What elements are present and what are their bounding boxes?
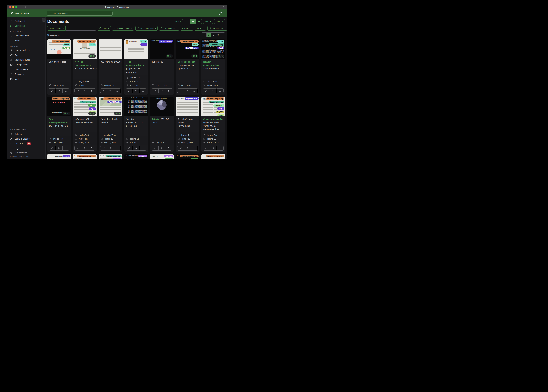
sidebar-item-storage-paths[interactable]: Storage Paths: [7, 62, 45, 67]
grid-view-button[interactable]: [190, 19, 196, 24]
document-title-link[interactable]: Correspondent 14: Review-of-New-York-Fed…: [202, 116, 225, 132]
document-title-link[interactable]: tablerates2: [150, 59, 174, 82]
sidebar-item-templates[interactable]: Templates: [7, 72, 45, 77]
document-thumbnail[interactable]: French Country BreadTagWithPartial: [176, 97, 199, 116]
document-title-link[interactable]: Just another test: [47, 59, 71, 82]
tag-tag-2[interactable]: Tag 2: [217, 47, 224, 49]
sort-button[interactable]: Sort: [203, 19, 213, 24]
document-title-link[interactable]: Test Correspondent 1: UM_PPBE_en_v29: [47, 116, 71, 136]
document-title-link[interactable]: Newest Correspondent: H7_Napoleon_Bonapa…: [73, 59, 97, 79]
tags-filter-button[interactable]: Tags: [98, 26, 111, 31]
download-document-button[interactable]: [165, 88, 172, 93]
preview-document-button[interactable]: [107, 88, 114, 93]
document-title-link[interactable]: Sonstige ScanPC2022 03-24_081058: [124, 116, 148, 136]
correspondent-filter-button[interactable]: Correspondent: [112, 26, 134, 31]
preview-document-button[interactable]: [81, 146, 88, 150]
download-document-button[interactable]: [140, 88, 146, 93]
created-filter-button[interactable]: Created: [180, 26, 193, 31]
edit-document-button[interactable]: [126, 88, 133, 93]
edit-document-button[interactable]: [100, 88, 107, 93]
download-document-button[interactable]: [165, 146, 172, 150]
document-title-link[interactable]: 0004814539_20230531: [99, 59, 122, 82]
tag-tag-2[interactable]: Tag 2: [63, 155, 70, 157]
tag-another-sample-tag[interactable]: Another Sample Tag: [77, 98, 96, 100]
document-thumbnail[interactable]: Country,Region/State,TagWithPartial1: [150, 39, 174, 59]
document-thumbnail[interactable]: CyberPowerPowerPanel® Business EditionUs…: [47, 97, 71, 116]
document-thumbnail[interactable]: Serial Number,Company Name,Employe978818…: [202, 39, 225, 59]
download-document-button[interactable]: [140, 146, 146, 150]
search-input[interactable]: [52, 12, 111, 14]
preview-document-button[interactable]: [210, 88, 217, 93]
sidebar-item-tags[interactable]: Tags: [7, 53, 45, 57]
document-thumbnail[interactable]: Adobe Acrobat PDF FilesCupcake ipsumAnot…: [47, 39, 71, 59]
comment-count-badge[interactable]: 4: [63, 112, 70, 115]
tag-newone[interactable]: NewOne: [112, 158, 122, 159]
tag-partial-tag[interactable]: Partial Tag: [213, 104, 224, 107]
tag-just-another-tag[interactable]: Just another tag: [209, 101, 224, 103]
document-title-link[interactable]: Correspondent 9: Testing New Title Updat…: [176, 59, 199, 82]
document-thumbnail[interactable]: Patient BP Distribution 2011: [150, 97, 174, 116]
edit-document-button[interactable]: [100, 146, 107, 150]
tag-another-sample-tag[interactable]: Another Sample Tag: [180, 155, 199, 157]
sidebar-item-correspondents[interactable]: Correspondents: [7, 48, 45, 53]
forward-icon[interactable]: [25, 6, 27, 8]
preview-document-button[interactable]: [107, 146, 114, 150]
select-button[interactable]: Select: [169, 19, 183, 24]
added-filter-button[interactable]: Added: [195, 26, 206, 31]
comment-count-badge[interactable]: 1: [191, 54, 198, 58]
pagination-page-1[interactable]: 1: [206, 33, 211, 37]
edit-document-button[interactable]: [203, 88, 210, 93]
edit-document-button[interactable]: [49, 88, 56, 93]
tag-another-sample-tag[interactable]: Another Sample Tag: [180, 40, 199, 43]
tag-tag-2[interactable]: Tag 2: [140, 43, 147, 46]
detail-view-button[interactable]: [196, 19, 202, 24]
title-content-filter-button[interactable]: Title & content: [47, 26, 65, 31]
document-title-link[interactable]: Newest Correspondent: Sample100.csv: [202, 59, 225, 79]
tag-another-sample-tag[interactable]: Another Sample Tag: [77, 40, 96, 43]
tag-tag-12[interactable]: Tag 12: [88, 104, 96, 107]
list-view-button[interactable]: [185, 19, 190, 24]
document-title-link[interactable]: Test Correspondent 1: [paperless] test p…: [124, 59, 148, 75]
back-icon[interactable]: [20, 6, 22, 8]
preview-document-button[interactable]: [184, 88, 191, 93]
edit-document-button[interactable]: [75, 146, 81, 150]
tag-another-sample-tag[interactable]: Another Sample Tag: [52, 98, 70, 100]
tag-tag-2[interactable]: Tag 2: [217, 107, 224, 110]
sidebar-item-documents[interactable]: Documents: [7, 23, 45, 28]
edit-document-button[interactable]: [177, 88, 184, 93]
preview-document-button[interactable]: [56, 88, 63, 93]
sidebar-item-custom-fields[interactable]: Custom Fields: [7, 67, 45, 72]
pagination-prev[interactable]: «: [202, 33, 206, 37]
document-title-link[interactable]: French Country Bread Revised.docx: [176, 116, 199, 132]
document-title-link[interactable]: Private: 2011 BP Pie 2: [150, 116, 174, 140]
sidebar-item-logs[interactable]: Logs: [7, 146, 45, 151]
document-thumbnail[interactable]: InDesign Scripting DocumentationAnother …: [73, 97, 97, 116]
download-document-button[interactable]: [191, 88, 198, 93]
close-window-button[interactable]: [9, 6, 11, 8]
preview-document-button[interactable]: [210, 146, 217, 150]
document-thumbnail[interactable]: This is a testAnother Sample TagTag 12: [176, 154, 199, 159]
preview-document-button[interactable]: [81, 88, 88, 93]
global-search[interactable]: [47, 11, 113, 15]
comment-count-badge[interactable]: 1: [217, 54, 224, 58]
download-document-button[interactable]: [216, 88, 224, 93]
document-thumbnail[interactable]: NAPOLEON BONAPARTEAnother Sample TagInbo…: [73, 39, 97, 59]
tag-tagwithpartial[interactable]: TagWithPartial: [185, 47, 199, 49]
sidebar-item-settings[interactable]: Settings: [7, 132, 45, 136]
edit-document-button[interactable]: [203, 146, 210, 150]
user-menu[interactable]: [218, 11, 224, 15]
sidebar-item-users-groups[interactable]: Users & Groups: [7, 136, 45, 141]
download-document-button[interactable]: [88, 88, 95, 93]
document-thumbnail[interactable]: one,1.0five,5.0Another Sample TagInboxTa…: [176, 39, 199, 59]
document-thumbnail[interactable]: Test NameAnother Sample Tag: [73, 154, 97, 159]
tag-another-sample-tag[interactable]: Another Sample Tag: [52, 40, 70, 43]
tag-tag-12[interactable]: Tag 12: [62, 47, 70, 49]
tag-newone[interactable]: NewOne: [164, 155, 173, 157]
tag-inbox[interactable]: Inbox: [140, 40, 147, 43]
comment-count-badge[interactable]: 1: [114, 112, 121, 115]
tag-inbox[interactable]: Inbox: [192, 43, 199, 46]
document-thumbnail[interactable]: Review of Arbitral AwardsBy Tim McCarthy…: [202, 97, 225, 116]
edit-document-button[interactable]: [177, 146, 184, 150]
sidebar-item-document-types[interactable]: Document Types: [7, 57, 45, 62]
edit-document-button[interactable]: [126, 146, 133, 150]
